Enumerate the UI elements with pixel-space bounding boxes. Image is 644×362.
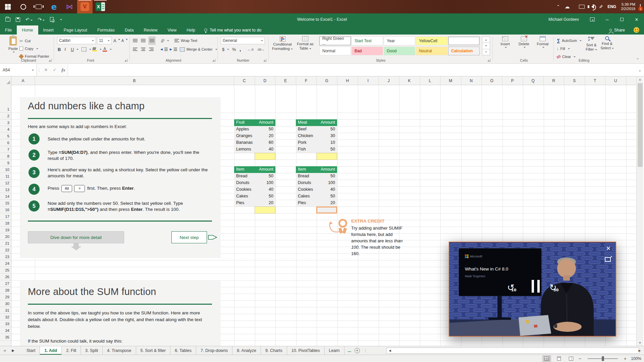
print-preview-icon[interactable]	[50, 17, 54, 22]
customize-qat-icon[interactable]	[59, 17, 62, 22]
table-row[interactable]: Chicken30	[296, 133, 337, 139]
column-header[interactable]: R	[544, 76, 565, 85]
table-row[interactable]: Fish50	[296, 146, 337, 153]
zoom-level[interactable]: 100%	[630, 356, 641, 361]
row-header[interactable]: 22	[0, 247, 11, 253]
percent-style-button[interactable]: %	[232, 46, 236, 53]
sheet-tab[interactable]: 6. Tables	[170, 346, 196, 355]
column-header[interactable]: Q	[523, 76, 544, 85]
row-header[interactable]: 15	[0, 200, 11, 206]
cortana-button[interactable]	[15, 0, 31, 13]
borders-button[interactable]	[82, 46, 91, 53]
font-color-button[interactable]: A	[103, 46, 112, 53]
cell-style-year[interactable]: Year	[384, 37, 415, 45]
sheet-tab[interactable]: 1. Add	[40, 346, 62, 355]
zoom-in-button[interactable]: +	[624, 356, 627, 361]
cell-style-good[interactable]: Good	[384, 47, 415, 55]
column-header[interactable]: G	[317, 76, 337, 85]
row-header[interactable]: 24	[0, 260, 11, 267]
row-header[interactable]: 32	[0, 314, 11, 320]
number-format-combo[interactable]: General	[221, 37, 265, 44]
wrap-text-button[interactable]: Wrap Text	[174, 37, 197, 44]
middle-align-button[interactable]	[141, 37, 146, 44]
collapse-ribbon-icon[interactable]: ⌃	[636, 58, 639, 62]
pen-icon[interactable]: ✎	[598, 5, 603, 9]
row-header[interactable]: 23	[0, 253, 11, 260]
sheet-nav-next-icon[interactable]: ▶	[9, 346, 17, 355]
row-header[interactable]: 28	[0, 287, 11, 294]
hscroll-left-icon[interactable]: ◀	[387, 349, 393, 352]
orientation-button[interactable]: ab	[160, 37, 169, 44]
shrink-font-button[interactable]: A▼	[121, 37, 128, 44]
row-header[interactable]: 26	[0, 274, 11, 280]
cancel-entry-icon[interactable]: ✕	[42, 67, 50, 72]
start-button[interactable]	[0, 0, 15, 13]
column-header[interactable]: E	[275, 76, 296, 85]
visual-studio-taskbar-button[interactable]: ⋈	[62, 0, 77, 13]
column-header[interactable]: O	[482, 76, 502, 85]
forward-30-button[interactable]: ↻30	[549, 283, 557, 293]
ribbon-tab[interactable]: Data	[120, 25, 139, 35]
bold-button[interactable]: B	[58, 46, 61, 53]
column-header[interactable]: M	[440, 76, 461, 85]
decrease-indent-button[interactable]: ◀	[160, 46, 168, 53]
top-align-button[interactable]	[133, 37, 138, 44]
number-dialog-launcher[interactable]	[264, 59, 266, 62]
row-header[interactable]: 18	[0, 220, 11, 227]
ribbon-tab[interactable]: Formulas	[92, 25, 120, 35]
row-header[interactable]: 19	[0, 227, 11, 233]
page-layout-view-button[interactable]	[554, 355, 563, 362]
table-row[interactable]: Apples50	[234, 126, 275, 133]
row-header[interactable]: 27	[0, 280, 11, 287]
pause-button[interactable]	[530, 280, 541, 294]
gallery-down-icon[interactable]: ▼	[482, 43, 490, 49]
sheet-tab[interactable]: 9. Charts	[261, 346, 287, 355]
ribbon-display-options-button[interactable]	[585, 13, 600, 25]
cell-style-normal[interactable]: Normal	[319, 47, 351, 55]
sheet-nav-prev-icon[interactable]: ◀	[0, 346, 9, 355]
minimize-button[interactable]: ─	[600, 13, 614, 25]
align-left-button[interactable]	[133, 46, 138, 53]
delete-cells-button[interactable]: ✕ Delete	[515, 36, 533, 58]
row-header[interactable]: 7	[0, 146, 11, 153]
edge-taskbar-button[interactable]: e	[46, 0, 62, 13]
sort-filter-button[interactable]: AZ Sort & Filter	[584, 36, 599, 58]
share-button[interactable]: Share	[609, 28, 625, 33]
cell-style-neutral[interactable]: Neutral	[416, 47, 447, 55]
row-header[interactable]: 33	[0, 320, 11, 327]
column-header[interactable]: B	[35, 76, 234, 85]
sheet-tab[interactable]: 7. Drop-downs	[196, 346, 232, 355]
horizontal-scrollbar[interactable]: ◀	[386, 348, 639, 354]
formula-bar-expand-icon[interactable]: ⌄	[636, 64, 643, 76]
row-header[interactable]: 31	[0, 307, 11, 314]
feedback-smiley-icon[interactable]	[634, 27, 639, 33]
sheet-tab[interactable]: 8. Analyze	[232, 346, 261, 355]
table-row[interactable]: Donuts100	[234, 180, 275, 186]
comma-style-button[interactable]: ,	[239, 46, 241, 53]
rewind-10-button[interactable]: ↺10	[507, 283, 515, 293]
autosum-button[interactable]: ∑AutoSum	[557, 37, 582, 44]
row-header[interactable]: 6	[0, 139, 11, 146]
undo-icon[interactable]: ↶	[25, 17, 33, 22]
table-row[interactable]: Pies20	[234, 200, 275, 206]
video-close-button[interactable]: ✕	[606, 245, 611, 252]
gallery-up-icon[interactable]: ▲	[482, 37, 490, 43]
sheet-tab[interactable]: 10. PivotTables	[287, 346, 325, 355]
language-indicator[interactable]: ENG	[607, 4, 616, 9]
scroll-up-icon[interactable]: ▲	[637, 76, 643, 82]
clock[interactable]: 5:39 PM2/2/2019	[621, 2, 635, 11]
next-step-button[interactable]: Next step	[171, 231, 207, 243]
ribbon-tab[interactable]: Home	[17, 25, 38, 35]
vertical-scrollbar[interactable]: ▲ ▼	[636, 76, 643, 346]
cell-style-calculation[interactable]: Calculation	[448, 47, 480, 55]
row-header[interactable]: 20	[0, 233, 11, 240]
video-popout-button[interactable]	[605, 257, 611, 262]
column-header[interactable]: S	[564, 76, 585, 85]
grow-font-button[interactable]: A▲	[113, 37, 120, 44]
volume-icon[interactable]	[589, 5, 594, 9]
signed-in-user[interactable]: Michael Gordeev	[548, 17, 579, 22]
name-box[interactable]: A54	[0, 64, 37, 76]
row-header[interactable]: 4	[0, 126, 11, 133]
item-sumif-yellow-cell[interactable]	[255, 206, 275, 214]
column-header[interactable]: T	[585, 76, 606, 85]
